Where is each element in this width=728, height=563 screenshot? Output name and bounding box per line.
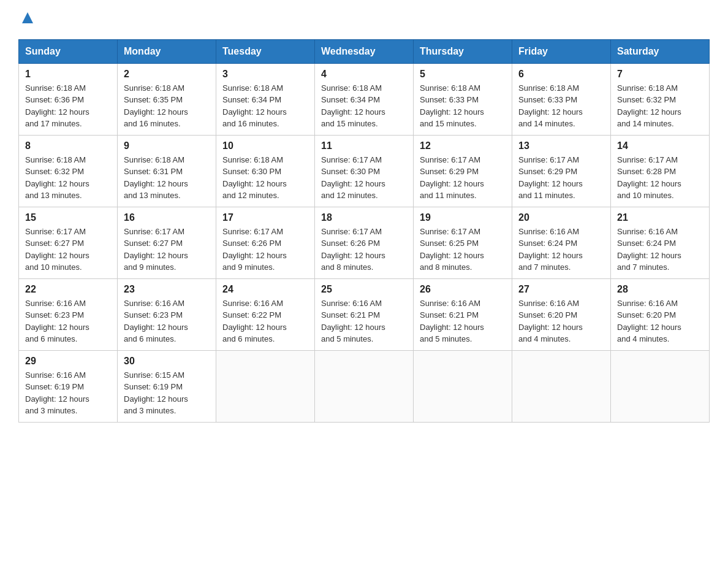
sunset-label: Sunset: — [518, 167, 548, 176]
daylight-minutes: and 10 minutes. — [25, 262, 82, 272]
day-number: 1 — [25, 69, 111, 80]
sunrise-value: 6:18 AM — [550, 83, 579, 93]
sunset-value: 6:25 PM — [449, 239, 479, 248]
svg-marker-0 — [22, 12, 33, 23]
sunset-value: 6:29 PM — [548, 167, 577, 176]
sunrise-label: Sunrise: — [617, 227, 648, 236]
daylight-minutes: and 15 minutes. — [420, 119, 477, 128]
calendar-cell — [216, 350, 315, 422]
sunset-value: 6:34 PM — [351, 95, 380, 104]
day-number: 13 — [518, 140, 604, 151]
sunset-label: Sunset: — [124, 95, 153, 104]
calendar-cell: 7 Sunrise: 6:18 AM Sunset: 6:32 PM Dayli… — [611, 63, 710, 135]
daylight-label: Daylight: 12 hours — [124, 394, 188, 404]
day-info: Sunrise: 6:17 AM Sunset: 6:27 PM Dayligh… — [25, 226, 111, 274]
sunset-label: Sunset: — [124, 167, 153, 176]
sunrise-value: 6:17 AM — [451, 227, 480, 236]
day-number: 2 — [124, 69, 210, 80]
day-number: 4 — [321, 69, 407, 80]
sunrise-value: 6:17 AM — [352, 227, 382, 236]
calendar-cell: 10 Sunrise: 6:18 AM Sunset: 6:30 PM Dayl… — [216, 135, 315, 207]
day-info: Sunrise: 6:16 AM Sunset: 6:22 PM Dayligh… — [222, 297, 308, 345]
sunrise-value: 6:17 AM — [352, 155, 382, 164]
sunrise-label: Sunrise: — [617, 155, 648, 164]
calendar-cell: 18 Sunrise: 6:17 AM Sunset: 6:26 PM Dayl… — [315, 207, 414, 278]
sunset-value: 6:31 PM — [153, 167, 183, 176]
sunrise-value: 6:17 AM — [155, 227, 184, 236]
day-number: 27 — [518, 284, 604, 295]
sunrise-label: Sunrise: — [321, 83, 352, 93]
daylight-minutes: and 3 minutes. — [124, 406, 176, 415]
weekday-header-monday: Monday — [118, 39, 216, 63]
calendar-week-5: 29 Sunrise: 6:16 AM Sunset: 6:19 PM Dayl… — [19, 350, 710, 422]
sunset-label: Sunset: — [420, 310, 449, 320]
sunset-label: Sunset: — [518, 95, 548, 104]
sunrise-label: Sunrise: — [518, 155, 550, 164]
day-info: Sunrise: 6:18 AM Sunset: 6:32 PM Dayligh… — [25, 154, 111, 202]
sunset-label: Sunset: — [222, 239, 252, 248]
calendar-cell: 2 Sunrise: 6:18 AM Sunset: 6:35 PM Dayli… — [118, 63, 216, 135]
sunrise-label: Sunrise: — [617, 299, 648, 308]
calendar-cell: 14 Sunrise: 6:17 AM Sunset: 6:28 PM Dayl… — [611, 135, 710, 207]
day-number: 14 — [617, 140, 703, 151]
sunrise-value: 6:15 AM — [155, 370, 184, 380]
daylight-minutes: and 3 minutes. — [25, 406, 77, 415]
day-number: 3 — [222, 69, 308, 80]
sunset-label: Sunset: — [321, 310, 351, 320]
calendar-cell: 1 Sunrise: 6:18 AM Sunset: 6:36 PM Dayli… — [19, 63, 118, 135]
calendar-cell: 30 Sunrise: 6:15 AM Sunset: 6:19 PM Dayl… — [118, 350, 216, 422]
calendar-cell: 6 Sunrise: 6:18 AM Sunset: 6:33 PM Dayli… — [512, 63, 611, 135]
daylight-label: Daylight: 12 hours — [25, 323, 89, 332]
daylight-label: Daylight: 12 hours — [25, 394, 89, 404]
day-info: Sunrise: 6:18 AM Sunset: 6:34 PM Dayligh… — [321, 82, 407, 130]
day-number: 21 — [617, 212, 703, 223]
sunset-label: Sunset: — [124, 310, 153, 320]
sunrise-label: Sunrise: — [420, 83, 451, 93]
daylight-minutes: and 16 minutes. — [124, 119, 181, 128]
day-number: 25 — [321, 284, 407, 295]
daylight-label: Daylight: 12 hours — [617, 323, 681, 332]
calendar-cell: 3 Sunrise: 6:18 AM Sunset: 6:34 PM Dayli… — [216, 63, 315, 135]
sunrise-value: 6:18 AM — [352, 83, 382, 93]
sunrise-value: 6:16 AM — [648, 227, 678, 236]
calendar-cell: 12 Sunrise: 6:17 AM Sunset: 6:29 PM Dayl… — [414, 135, 512, 207]
calendar-cell: 26 Sunrise: 6:16 AM Sunset: 6:21 PM Dayl… — [414, 278, 512, 350]
sunrise-value: 6:16 AM — [56, 299, 86, 308]
day-number: 20 — [518, 212, 604, 223]
sunset-label: Sunset: — [25, 167, 55, 176]
calendar-table: SundayMondayTuesdayWednesdayThursdayFrid… — [18, 39, 710, 423]
day-number: 29 — [25, 356, 111, 367]
daylight-label: Daylight: 12 hours — [222, 323, 287, 332]
daylight-label: Daylight: 12 hours — [124, 323, 188, 332]
sunrise-value: 6:18 AM — [155, 83, 184, 93]
sunrise-label: Sunrise: — [124, 227, 155, 236]
day-number: 28 — [617, 284, 703, 295]
daylight-minutes: and 14 minutes. — [617, 119, 674, 128]
calendar-cell: 19 Sunrise: 6:17 AM Sunset: 6:25 PM Dayl… — [414, 207, 512, 278]
sunset-label: Sunset: — [222, 95, 252, 104]
sunrise-label: Sunrise: — [617, 83, 648, 93]
sunrise-value: 6:18 AM — [56, 155, 86, 164]
sunrise-label: Sunrise: — [321, 299, 352, 308]
sunrise-label: Sunrise: — [25, 370, 56, 380]
calendar-week-2: 8 Sunrise: 6:18 AM Sunset: 6:32 PM Dayli… — [19, 135, 710, 207]
day-info: Sunrise: 6:18 AM Sunset: 6:33 PM Dayligh… — [420, 82, 506, 130]
sunset-value: 6:29 PM — [449, 167, 479, 176]
logo-triangle-icon — [21, 11, 34, 25]
daylight-label: Daylight: 12 hours — [420, 107, 484, 117]
daylight-label: Daylight: 12 hours — [124, 251, 188, 260]
day-number: 9 — [124, 140, 210, 151]
sunset-value: 6:33 PM — [548, 95, 577, 104]
daylight-minutes: and 11 minutes. — [420, 191, 477, 200]
sunrise-value: 6:17 AM — [56, 227, 86, 236]
calendar-week-4: 22 Sunrise: 6:16 AM Sunset: 6:23 PM Dayl… — [19, 278, 710, 350]
sunset-value: 6:24 PM — [548, 239, 577, 248]
weekday-header-tuesday: Tuesday — [216, 39, 315, 63]
daylight-label: Daylight: 12 hours — [25, 179, 89, 188]
weekday-header-friday: Friday — [512, 39, 611, 63]
daylight-label: Daylight: 12 hours — [321, 107, 385, 117]
day-number: 16 — [124, 212, 210, 223]
calendar-cell: 13 Sunrise: 6:17 AM Sunset: 6:29 PM Dayl… — [512, 135, 611, 207]
sunrise-label: Sunrise: — [222, 83, 254, 93]
sunrise-value: 6:16 AM — [451, 299, 480, 308]
